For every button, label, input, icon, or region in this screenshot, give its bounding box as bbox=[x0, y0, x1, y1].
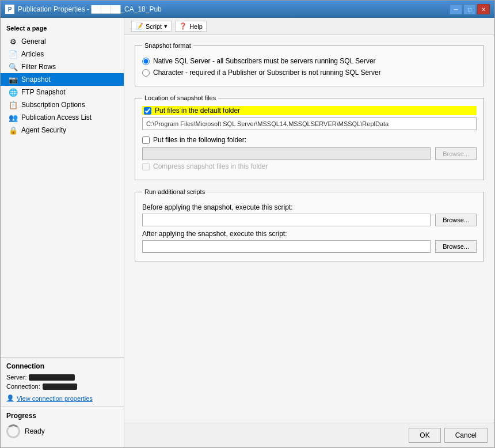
sidebar-item-agent-security-label: Agent Security bbox=[21, 126, 66, 134]
following-folder-label: Put files in the following folder: bbox=[153, 136, 246, 144]
main-content: Select a page ⚙ General 📄 Articles 🔍 Fil… bbox=[1, 18, 494, 447]
publication-properties-window: P Publication Properties - ██████_CA_18_… bbox=[0, 0, 495, 448]
script-label: Script bbox=[146, 23, 162, 30]
before-script-input[interactable] bbox=[142, 214, 431, 226]
progress-spinner bbox=[6, 424, 20, 438]
help-label: Help bbox=[189, 23, 203, 30]
native-sql-label: Native SQL Server - all Subscribers must… bbox=[153, 57, 376, 65]
sidebar-item-subscription-options-label: Subscription Options bbox=[21, 101, 85, 109]
character-radio-row: Character - required if a Publisher or S… bbox=[142, 69, 477, 77]
progress-row: Ready bbox=[6, 424, 118, 438]
agent-security-icon: 🔒 bbox=[9, 126, 18, 135]
following-folder-input[interactable] bbox=[142, 147, 431, 160]
browse-button-1[interactable]: Browse... bbox=[435, 147, 477, 160]
connection-row: Connection: bbox=[6, 383, 118, 390]
sidebar-item-general-label: General bbox=[21, 37, 46, 45]
character-radio[interactable] bbox=[142, 69, 150, 77]
browse-after-button[interactable]: Browse... bbox=[435, 240, 477, 253]
progress-title: Progress bbox=[6, 412, 118, 420]
view-connection-link[interactable]: 👤 View connection properties bbox=[6, 394, 118, 402]
sidebar-item-agent-security[interactable]: 🔒 Agent Security bbox=[1, 124, 124, 136]
location-section: Location of snapshot files Put files in … bbox=[135, 94, 484, 180]
browse-before-button[interactable]: Browse... bbox=[435, 214, 477, 226]
sidebar-item-filter-rows-label: Filter Rows bbox=[21, 63, 56, 71]
server-row: Server: bbox=[6, 374, 118, 381]
maximize-button[interactable]: □ bbox=[463, 4, 476, 14]
connection-title: Connection bbox=[6, 362, 118, 370]
view-connection-text[interactable]: View connection properties bbox=[17, 395, 93, 402]
minimize-button[interactable]: ─ bbox=[450, 4, 462, 14]
help-button[interactable]: ❓ Help bbox=[175, 21, 207, 32]
compress-label: Compress snapshot files in this folder bbox=[153, 162, 268, 170]
sidebar-item-publication-access-label: Publication Access List bbox=[21, 113, 92, 122]
server-label: Server: bbox=[6, 374, 26, 381]
script-dropdown-icon: ▾ bbox=[164, 22, 167, 30]
after-script-label: After applying the snapshot, execute thi… bbox=[142, 230, 477, 238]
connection-section: Connection Server: Connection: 👤 View co… bbox=[1, 357, 124, 407]
following-folder-input-row: Browse... bbox=[142, 147, 477, 160]
close-button[interactable]: ✕ bbox=[477, 4, 490, 14]
help-icon: ❓ bbox=[179, 22, 187, 30]
compress-checkbox[interactable] bbox=[142, 163, 150, 170]
articles-icon: 📄 bbox=[9, 50, 18, 59]
progress-status: Ready bbox=[25, 427, 45, 435]
sidebar-item-ftp-snapshot[interactable]: 🌐 FTP Snapshot bbox=[1, 86, 124, 98]
filter-rows-icon: 🔍 bbox=[9, 62, 18, 71]
subscription-options-icon: 📋 bbox=[9, 100, 18, 109]
after-script-row: Browse... bbox=[142, 240, 477, 253]
additional-scripts-section: Run additional scripts Before applying t… bbox=[135, 188, 484, 261]
snapshot-format-section: Snapshot format Native SQL Server - all … bbox=[135, 42, 484, 86]
panel-content: Snapshot format Native SQL Server - all … bbox=[124, 35, 494, 423]
script-icon: 📝 bbox=[135, 22, 143, 30]
toolbar: 📝 Script ▾ ❓ Help bbox=[124, 18, 494, 35]
connection-label: Connection: bbox=[6, 383, 40, 390]
general-icon: ⚙ bbox=[9, 37, 18, 46]
title-bar: P Publication Properties - ██████_CA_18_… bbox=[1, 1, 494, 18]
app-icon: P bbox=[5, 5, 14, 14]
window-title: Publication Properties - ██████_CA_18_Pu… bbox=[18, 5, 162, 13]
sidebar-item-ftp-snapshot-label: FTP Snapshot bbox=[21, 88, 66, 96]
location-legend: Location of snapshot files bbox=[142, 94, 218, 101]
dialog-footer: OK Cancel bbox=[124, 423, 494, 447]
cancel-button[interactable]: Cancel bbox=[444, 428, 488, 443]
sidebar-item-publication-access-list[interactable]: 👥 Publication Access List bbox=[1, 111, 124, 124]
default-folder-label: Put files in the default folder bbox=[155, 107, 240, 115]
additional-scripts-legend: Run additional scripts bbox=[142, 188, 207, 195]
connection-link-icon: 👤 bbox=[6, 394, 14, 402]
select-page-label: Select a page bbox=[1, 22, 124, 35]
before-script-row: Browse... bbox=[142, 214, 477, 226]
progress-section: Progress Ready bbox=[1, 407, 124, 443]
sidebar: Select a page ⚙ General 📄 Articles 🔍 Fil… bbox=[1, 18, 124, 447]
ok-button[interactable]: OK bbox=[409, 428, 440, 443]
sidebar-item-snapshot[interactable]: 📷 Snapshot bbox=[1, 73, 124, 86]
publication-access-icon: 👥 bbox=[9, 113, 18, 122]
native-sql-radio[interactable] bbox=[142, 58, 150, 65]
default-folder-checkbox[interactable] bbox=[144, 107, 151, 115]
character-label: Character - required if a Publisher or S… bbox=[153, 69, 381, 77]
sidebar-item-articles[interactable]: 📄 Articles bbox=[1, 48, 124, 60]
default-path-field bbox=[142, 117, 477, 130]
server-value bbox=[29, 374, 75, 381]
native-sql-radio-row: Native SQL Server - all Subscribers must… bbox=[142, 57, 477, 65]
compress-row: Compress snapshot files in this folder bbox=[142, 162, 477, 170]
ftp-snapshot-icon: 🌐 bbox=[9, 88, 18, 97]
after-script-input[interactable] bbox=[142, 240, 431, 253]
default-folder-row: Put files in the default folder bbox=[142, 106, 477, 115]
sidebar-item-filter-rows[interactable]: 🔍 Filter Rows bbox=[1, 60, 124, 73]
sidebar-item-general[interactable]: ⚙ General bbox=[1, 35, 124, 48]
sidebar-item-subscription-options[interactable]: 📋 Subscription Options bbox=[1, 98, 124, 111]
connection-value bbox=[43, 384, 77, 390]
sidebar-item-articles-label: Articles bbox=[21, 50, 44, 58]
snapshot-format-legend: Snapshot format bbox=[142, 42, 193, 49]
following-folder-checkbox[interactable] bbox=[142, 136, 150, 144]
right-panel: 📝 Script ▾ ❓ Help Snapshot format Native… bbox=[124, 18, 494, 447]
before-script-label: Before applying the snapshot, execute th… bbox=[142, 203, 477, 211]
following-folder-row: Put files in the following folder: bbox=[142, 136, 477, 144]
script-button[interactable]: 📝 Script ▾ bbox=[131, 21, 172, 32]
sidebar-item-snapshot-label: Snapshot bbox=[21, 75, 51, 83]
snapshot-icon: 📷 bbox=[9, 75, 18, 84]
